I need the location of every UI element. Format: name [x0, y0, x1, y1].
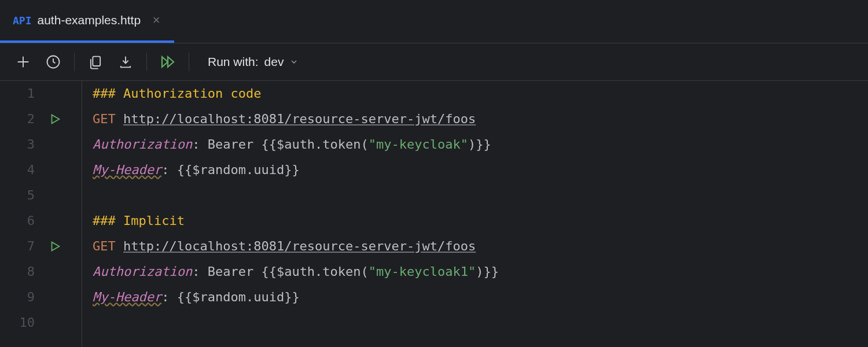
code-line: My-Header: {{$random.uuid}}: [93, 285, 868, 310]
import-icon: [117, 54, 134, 70]
code-line: ### Authorization code: [93, 81, 868, 106]
chevron-down-icon: [289, 57, 299, 67]
toolbar: Run with: dev: [0, 43, 868, 81]
tab-auth-examples[interactable]: API auth-examples.http ×: [0, 0, 174, 43]
history-button[interactable]: [41, 49, 66, 75]
tabbar: API auth-examples.http ×: [0, 0, 868, 43]
separator: [146, 53, 147, 71]
separator: [74, 53, 75, 71]
environment-name: dev: [264, 55, 284, 69]
line-number: 6: [17, 208, 35, 234]
double-play-icon: [159, 53, 176, 71]
code-editor[interactable]: 1 2 3 4 5 6 7 8 9 10 ### Authorization c…: [0, 81, 868, 347]
separator: [189, 53, 189, 71]
line-number: 10: [17, 310, 35, 335]
file-type-badge: API: [13, 14, 32, 27]
line-number: 8: [17, 259, 35, 285]
examples-button[interactable]: [83, 49, 108, 75]
clock-icon: [45, 54, 61, 70]
play-icon: [49, 240, 61, 253]
tab-filename: auth-examples.http: [38, 13, 141, 27]
line-number: 5: [17, 183, 35, 208]
document-copy-icon: [87, 54, 104, 70]
import-button[interactable]: [113, 49, 138, 75]
add-request-button[interactable]: [10, 49, 36, 75]
gutter: 1 2 3 4 5 6 7 8 9 10: [0, 81, 82, 347]
code-line: My-Header: {{$random.uuid}}: [93, 157, 868, 183]
line-number: 2: [17, 106, 35, 132]
code-area[interactable]: ### Authorization code GET http://localh…: [82, 81, 868, 347]
plus-icon: [15, 54, 31, 70]
code-line: Authorization: Bearer {{$auth.token("my-…: [93, 132, 868, 157]
run-with-label: Run with:: [208, 55, 259, 69]
play-icon: [49, 113, 61, 125]
code-line: GET http://localhost:8081/resource-serve…: [93, 106, 868, 132]
code-line: GET http://localhost:8081/resource-serve…: [93, 234, 868, 259]
run-gutter-button[interactable]: [47, 239, 62, 254]
close-icon[interactable]: ×: [151, 15, 161, 25]
line-number: 3: [17, 132, 35, 157]
line-number: 7: [17, 234, 35, 259]
code-line: ### Implicit: [93, 208, 868, 234]
line-number: 4: [17, 157, 35, 183]
run-all-button[interactable]: [155, 49, 181, 75]
run-gutter-button[interactable]: [47, 112, 62, 127]
svg-rect-1: [93, 57, 100, 66]
code-line: Authorization: Bearer {{$auth.token("my-…: [93, 259, 868, 285]
code-line: [93, 310, 868, 335]
line-number: 1: [17, 81, 35, 106]
run-with-dropdown[interactable]: Run with: dev: [208, 55, 299, 69]
code-line: [93, 183, 868, 208]
line-number: 9: [17, 285, 35, 310]
